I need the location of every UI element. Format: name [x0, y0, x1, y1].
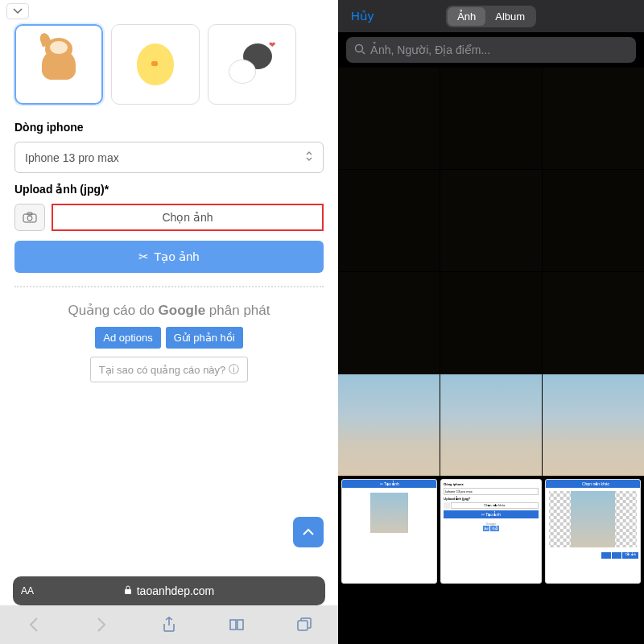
- segment-control: Ảnh Album: [446, 6, 536, 27]
- photo-thumb[interactable]: [338, 170, 440, 271]
- seg-photos[interactable]: Ảnh: [448, 7, 485, 26]
- seg-albums[interactable]: Album: [485, 7, 535, 26]
- photo-thumb[interactable]: [440, 374, 542, 476]
- screenshot-thumb[interactable]: 👤 Chọn nền khác Cắt ảnh: [545, 479, 641, 584]
- scissors-icon: ✂: [138, 250, 149, 264]
- svg-point-5: [356, 44, 363, 52]
- photo-thumb[interactable]: [440, 68, 542, 169]
- back-button[interactable]: [26, 617, 42, 633]
- camera-button[interactable]: [14, 204, 45, 231]
- forward-button[interactable]: [93, 617, 109, 633]
- photo-thumb[interactable]: [543, 170, 644, 271]
- photo-thumb[interactable]: [543, 68, 644, 169]
- ad-feedback-button[interactable]: Gửi phản hồi: [166, 327, 243, 349]
- photo-thumb[interactable]: [543, 272, 644, 374]
- bookmarks-button[interactable]: [229, 617, 245, 633]
- photo-thumb[interactable]: [338, 68, 440, 169]
- webpage-panel: ❤ Dòng iphone Iphone 13 pro max Upload ả…: [0, 0, 338, 644]
- search-placeholder: Ảnh, Người, Địa điểm...: [370, 43, 490, 56]
- picker-header: Hủy Ảnh Album: [338, 0, 644, 32]
- ad-options-button[interactable]: Ad options: [95, 327, 160, 349]
- info-icon: ⓘ: [229, 362, 239, 377]
- phone-model-value: Iphone 13 pro max: [25, 151, 119, 164]
- share-button[interactable]: [161, 617, 177, 633]
- phone-model-select[interactable]: Iphone 13 pro max: [14, 142, 324, 173]
- choose-image-label: Chọn ảnh: [162, 211, 213, 224]
- phone-line-label: Dòng iphone: [0, 116, 338, 137]
- create-image-label: Tạo ảnh: [154, 250, 199, 264]
- scroll-top-button[interactable]: [293, 517, 324, 547]
- upload-label: Upload ảnh (jpg)*: [0, 178, 338, 199]
- create-image-button[interactable]: ✂ Tạo ảnh: [14, 241, 324, 273]
- select-chevron-icon: [305, 151, 313, 164]
- collapse-button[interactable]: [6, 3, 29, 19]
- domain-text: taoanhdep.com: [137, 584, 215, 597]
- sticker-dog[interactable]: [14, 24, 103, 105]
- photo-picker-panel: Hủy Ảnh Album Ảnh, Người, Địa điểm... ✂ …: [338, 0, 644, 644]
- reader-button[interactable]: AA: [21, 585, 34, 597]
- svg-rect-4: [298, 621, 308, 630]
- ad-why-button[interactable]: Tại sao có quảng cáo này? ⓘ: [90, 357, 249, 382]
- photo-grid: [338, 68, 644, 476]
- safari-toolbar: [0, 605, 338, 644]
- svg-point-1: [27, 216, 32, 221]
- photo-thumb[interactable]: [440, 272, 542, 374]
- screenshot-thumb[interactable]: Dòng iphone Iphone 13 pro max Upload ảnh…: [440, 479, 541, 584]
- search-bar[interactable]: Ảnh, Người, Địa điểm...: [346, 37, 636, 63]
- screenshot-thumb[interactable]: ✂ Tạo ảnh: [341, 479, 437, 584]
- lock-icon: [124, 584, 132, 597]
- safari-address-bar[interactable]: AA taoanhdep.com: [13, 576, 325, 605]
- ad-box: Quảng cáo do Google phân phát Ad options…: [14, 286, 324, 390]
- screenshot-thumb-row: ✂ Tạo ảnh Dòng iphone Iphone 13 pro max …: [338, 476, 644, 587]
- photo-thumb[interactable]: [543, 374, 644, 476]
- search-icon: [354, 43, 365, 57]
- photo-thumb[interactable]: [338, 374, 440, 476]
- sticker-row: ❤: [0, 16, 338, 116]
- cancel-button[interactable]: Hủy: [351, 9, 374, 23]
- choose-image-button[interactable]: Chọn ảnh: [52, 204, 324, 231]
- photo-thumb[interactable]: [338, 272, 440, 374]
- sticker-cats[interactable]: ❤: [208, 24, 296, 105]
- tabs-button[interactable]: [296, 617, 312, 633]
- ad-title: Quảng cáo do Google phân phát: [23, 302, 316, 319]
- sticker-chick[interactable]: [111, 24, 200, 105]
- svg-rect-3: [125, 589, 131, 594]
- ad-button-row: Ad options Gửi phản hồi: [23, 327, 316, 349]
- upload-row: Chọn ảnh: [14, 204, 324, 231]
- photo-thumb[interactable]: [440, 170, 542, 271]
